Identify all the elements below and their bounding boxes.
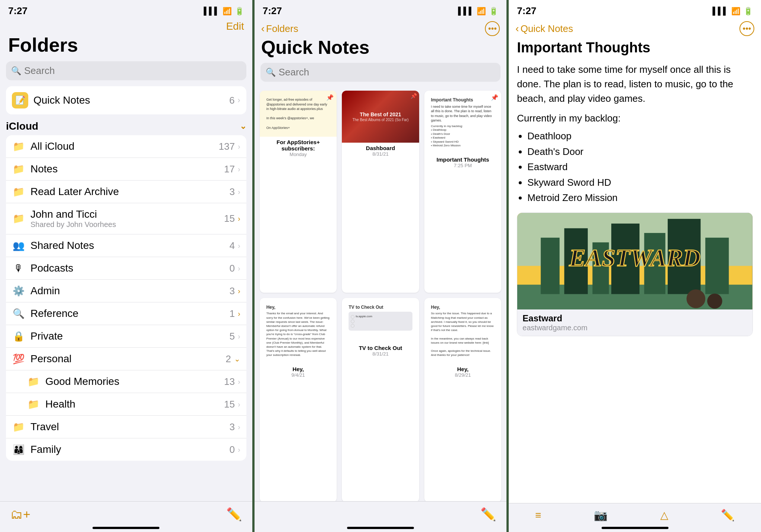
- folder-count-personal: 2: [226, 353, 231, 365]
- svg-point-12: [707, 293, 722, 308]
- svg-text:EASTWARD: EASTWARD: [569, 244, 700, 271]
- note-title-hey1: Hey,: [263, 366, 333, 372]
- folder-info-health: Health: [45, 398, 224, 410]
- note-preview-important: Important Thoughts I need to take some t…: [428, 94, 498, 150]
- folder-name-allicloud: All iCloud: [30, 140, 219, 152]
- note-detail-section-heading: Currently in my backlog:: [517, 113, 753, 124]
- back-chevron-icon-2: ‹: [515, 23, 519, 35]
- folder-item-private[interactable]: 🔒 Private 5 ›: [6, 325, 246, 348]
- folders-heading: Folders: [8, 34, 244, 56]
- checklist-button[interactable]: ≡: [535, 509, 541, 521]
- folder-item-podcasts[interactable]: 🎙 Podcasts 0 ›: [6, 257, 246, 280]
- dashboard-album-text: The Best of 2021: [360, 111, 401, 118]
- folder-item-family[interactable]: 👨‍👩‍👦 Family 0 ›: [6, 438, 246, 461]
- home-indicator-2: [347, 527, 414, 529]
- folders-panel: 7:27 ▌▌▌ 📶 🔋 Edit Folders 🔍 📝 Quick Note…: [0, 0, 252, 532]
- folder-name-johnticci: John and Ticci: [30, 208, 224, 220]
- folder-chevron-family: ›: [238, 445, 240, 454]
- icloud-chevron[interactable]: ⌄: [240, 121, 246, 131]
- battery-icon-3: 🔋: [744, 7, 753, 16]
- signal-icon-3: ▌▌▌: [713, 7, 729, 15]
- signal-icon-1: ▌▌▌: [204, 7, 220, 15]
- note-detail-panel: 7:27 ▌▌▌ 📶 🔋 ‹ Quick Notes ••• Important…: [509, 0, 761, 532]
- note-card-important[interactable]: 📌 Important Thoughts I need to take some…: [424, 91, 502, 293]
- qn-search-input[interactable]: [279, 66, 496, 78]
- search-icon-1: 🔍: [11, 66, 21, 76]
- eastward-card-footer: Eastward eastwardgame.com: [517, 309, 752, 336]
- note-more-options-button[interactable]: •••: [739, 21, 754, 36]
- back-to-quicknotes-button[interactable]: ‹ Quick Notes: [515, 23, 573, 35]
- compose-button[interactable]: ✏️: [721, 509, 735, 522]
- folders-search-bar[interactable]: 🔍: [6, 61, 246, 80]
- folder-item-personal[interactable]: 💯 Personal 2 ⌄: [6, 348, 246, 370]
- more-options-button[interactable]: •••: [485, 21, 500, 36]
- svg-rect-9: [705, 238, 729, 294]
- quick-notes-label: Quick Notes: [33, 94, 229, 106]
- edit-button[interactable]: Edit: [226, 20, 244, 32]
- note-card-content-important: 📌 Important Thoughts I need to take some…: [424, 91, 502, 154]
- status-bar-1: 7:27 ▌▌▌ 📶 🔋: [0, 0, 252, 19]
- folder-chevron-allicloud: ›: [238, 142, 240, 151]
- folder-item-admin[interactable]: ⚙️ Admin 3 ›: [6, 280, 246, 302]
- back-to-folders-button[interactable]: ‹ Folders: [261, 23, 298, 35]
- folder-count-johnticci: 15: [224, 213, 235, 224]
- eastward-link-card[interactable]: EASTWARD Eastward eastwardgame.com: [517, 213, 753, 336]
- status-bar-3: 7:27 ▌▌▌ 📶 🔋: [509, 0, 761, 19]
- folder-icon-johnticci: 📁: [12, 213, 25, 224]
- status-bar-2: 7:27 ▌▌▌ 📶 🔋: [255, 0, 507, 19]
- status-time-2: 7:27: [263, 5, 282, 17]
- qn-nav: ‹ Folders •••: [255, 19, 507, 36]
- folder-title-area: Folders: [0, 32, 252, 61]
- folder-count-family: 0: [230, 444, 235, 455]
- folder-item-johnticci[interactable]: 📁 John and Ticci Shared by John Voorhees…: [6, 203, 246, 234]
- note-preview-appstories: Get longer, ad-free episodes of @appstor…: [263, 94, 333, 133]
- note-date-appstories: Monday: [263, 152, 333, 157]
- folder-icon-readlater: 📁: [12, 186, 25, 198]
- qn-panel-title-area: Quick Notes: [255, 36, 507, 63]
- folder-info-goodmemories: Good Memories: [45, 376, 224, 387]
- quick-notes-item[interactable]: 📝 Quick Notes 6 ›: [12, 86, 240, 114]
- status-icons-3: ▌▌▌ 📶 🔋: [713, 7, 753, 16]
- folder-chevron-health: ›: [238, 400, 240, 409]
- note-card-hey1[interactable]: Hey, Thanks for the email and your inter…: [260, 298, 337, 502]
- quick-notes-panel: 7:27 ▌▌▌ 📶 🔋 ‹ Folders ••• Quick Notes 🔍…: [255, 0, 507, 532]
- folder-item-allicloud[interactable]: 📁 All iCloud 137 ›: [6, 135, 246, 158]
- note-card-content-hey2: Hey, So sorry for the issue. This happen…: [424, 298, 502, 364]
- folder-icon-sharednotes: 👥: [12, 240, 25, 252]
- note-preview-hey2: Hey, So sorry for the issue. This happen…: [428, 302, 498, 360]
- folder-icon-private: 🔒: [12, 331, 25, 342]
- folder-item-travel[interactable]: 📁 Travel 3 ›: [6, 416, 246, 438]
- note-footer-tv: TV to Check Out 8/31/21: [342, 343, 419, 360]
- bullet-deathsdoor: Death's Door: [527, 144, 753, 160]
- note-footer-hey1: Hey, 9/4/21: [260, 364, 337, 381]
- note-footer-dashboard: Dashboard 8/31/21: [342, 143, 419, 160]
- folders-search-input[interactable]: [24, 65, 241, 77]
- bullet-skyward: Skyward Sword HD: [527, 175, 753, 191]
- note-card-tv[interactable]: TV to Check Out tv.apple.com TV to Check…: [342, 298, 419, 502]
- note-card-dashboard[interactable]: 📌 The Best of 2021 The Best Albums of 20…: [342, 91, 419, 293]
- new-note-button-2[interactable]: ✏️: [480, 507, 496, 522]
- folder-item-sharednotes[interactable]: 👥 Shared Notes 4 ›: [6, 234, 246, 257]
- note-card-content-appstories: 📌 Get longer, ad-free episodes of @appst…: [260, 91, 337, 137]
- folder-name-private: Private: [30, 330, 230, 342]
- note-card-appstories[interactable]: 📌 Get longer, ad-free episodes of @appst…: [260, 91, 337, 293]
- new-folder-button[interactable]: 🗂+: [10, 507, 30, 522]
- folder-icon-admin: ⚙️: [12, 285, 25, 297]
- new-note-button-1[interactable]: ✏️: [226, 507, 242, 522]
- folder-item-reference[interactable]: 🔍 Reference 1 ›: [6, 302, 246, 325]
- note-card-hey2[interactable]: Hey, So sorry for the issue. This happen…: [424, 298, 502, 502]
- folder-item-readlater[interactable]: 📁 Read Later Archive 3 ›: [6, 181, 246, 203]
- folder-count-travel: 3: [230, 421, 235, 433]
- back-label: Folders: [266, 23, 298, 35]
- folder-info-personal: Personal: [30, 353, 226, 365]
- folder-item-notes[interactable]: 📁 Notes 17 ›: [6, 158, 246, 181]
- folder-item-goodmemories[interactable]: 📁 Good Memories 13 ›: [6, 370, 246, 393]
- svg-rect-3: [541, 238, 560, 294]
- draw-button[interactable]: △: [660, 509, 668, 521]
- camera-button[interactable]: 📷: [594, 509, 608, 522]
- folder-chevron-personal: ⌄: [234, 354, 240, 363]
- folder-item-health[interactable]: 📁 Health 15 ›: [6, 393, 246, 416]
- quick-notes-row: 📝 Quick Notes 6 ›: [6, 86, 246, 114]
- folder-name-reference: Reference: [30, 308, 230, 319]
- qn-search-bar[interactable]: 🔍: [260, 63, 501, 82]
